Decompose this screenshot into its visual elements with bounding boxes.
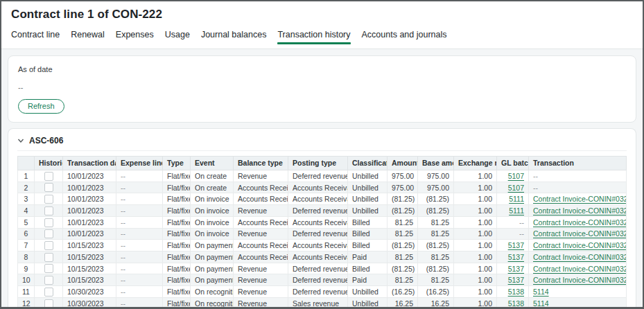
- classification-cell: Billed: [348, 240, 388, 251]
- tab-renewal[interactable]: Renewal: [71, 23, 105, 48]
- base-amount-cell: (16.25): [418, 286, 454, 298]
- gl-batch-link[interactable]: 5137: [508, 241, 524, 249]
- base-amount-cell: 975.00: [418, 182, 454, 193]
- gl-batch-link[interactable]: 5138: [508, 299, 524, 308]
- transaction-cell: Contract Invoice-CONIN#0325#doc: [529, 228, 627, 240]
- exchange-rate-cell: 1.00: [454, 182, 497, 193]
- col-amount: Amount: [388, 157, 418, 170]
- historical-checkbox[interactable]: [44, 229, 53, 238]
- gl-batch-link[interactable]: 5137: [508, 276, 524, 284]
- type-cell: Flat/fixed: [163, 274, 191, 286]
- transaction-link[interactable]: Contract Invoice-CONIN#0325#doc: [533, 206, 627, 215]
- col-classification: Classification: [348, 157, 388, 170]
- gl-batch-link[interactable]: 5111: [509, 195, 524, 203]
- transaction-date-cell: 10/01/2023: [63, 182, 116, 193]
- tab-journal-balances[interactable]: Journal balances: [201, 23, 267, 48]
- expense-line-cell: --: [116, 170, 163, 182]
- historical-checkbox[interactable]: [44, 218, 53, 227]
- event-cell: On invoice: [191, 216, 234, 228]
- posting-type-cell: Deferred revenue: [288, 274, 348, 286]
- expense-line-cell: --: [116, 205, 163, 217]
- historical-checkbox[interactable]: [44, 172, 53, 181]
- tab-usage[interactable]: Usage: [165, 23, 190, 48]
- table-header-row: Historical Transaction date Expense line…: [18, 157, 627, 170]
- table-row: 310/01/2023--Flat/fixedOn invoiceAccount…: [18, 193, 627, 205]
- tab-transaction-history[interactable]: Transaction history: [277, 23, 350, 48]
- historical-checkbox[interactable]: [44, 299, 53, 308]
- base-amount-cell: 81.25: [418, 274, 454, 286]
- transaction-link[interactable]: Contract Invoice-CONIN#0325#doc: [533, 265, 627, 273]
- event-cell: On payment: [191, 274, 234, 286]
- transaction-cell: 5114: [529, 286, 627, 298]
- page-title: Contract line 1 of CON-222: [11, 8, 633, 21]
- col-posting-type: Posting type: [288, 157, 348, 170]
- base-amount-cell: 81.25: [418, 228, 454, 240]
- col-gl-batch: GL batch: [497, 157, 529, 170]
- tab-accounts-and-journals[interactable]: Accounts and journals: [362, 23, 447, 48]
- col-exchange-rate: Exchange rate: [454, 157, 497, 170]
- historical-checkbox[interactable]: [44, 264, 53, 273]
- transaction-date-cell: 10/30/2023: [63, 286, 116, 298]
- amount-cell: (81.25): [388, 240, 418, 251]
- posting-type-cell: Accounts Receivable: [288, 216, 348, 228]
- as-of-date-value: --: [18, 83, 626, 91]
- gl-batch-cell: 5107: [497, 170, 529, 182]
- table-row: 610/01/2023--Flat/fixedOn invoiceRevenue…: [18, 228, 627, 240]
- expense-line-cell: --: [116, 286, 163, 298]
- type-cell: Flat/fixed: [163, 170, 191, 182]
- historical-checkbox[interactable]: [44, 253, 53, 262]
- transaction-link[interactable]: Contract Invoice-CONIN#0325#doc: [533, 241, 627, 249]
- tab-bar: Contract line Renewal Expenses Usage Jou…: [1, 23, 643, 49]
- amount-cell: (81.25): [388, 263, 418, 274]
- transaction-link[interactable]: Contract Invoice-CONIN#0325#doc: [533, 218, 627, 227]
- transaction-link[interactable]: Contract Invoice-CONIN#0325#doc: [533, 276, 627, 284]
- transaction-link[interactable]: Contract Invoice-CONIN#0325#doc: [533, 229, 627, 238]
- historical-cell: [35, 263, 63, 274]
- as-of-date-label: As of date: [18, 65, 626, 73]
- historical-checkbox[interactable]: [44, 195, 53, 204]
- gl-batch-link[interactable]: 5137: [508, 265, 524, 273]
- asc-606-section-header[interactable]: ASC-606: [17, 134, 627, 151]
- transaction-cell: Contract Invoice-CONIN#0325#doc: [529, 274, 627, 286]
- exchange-rate-cell: 1.00: [454, 240, 497, 251]
- classification-cell: Billed: [348, 263, 388, 274]
- balance-type-cell: Accounts Receivable: [234, 216, 288, 228]
- historical-checkbox[interactable]: [44, 288, 53, 297]
- row-number-cell: 4: [18, 205, 35, 217]
- transaction-link[interactable]: 5114: [533, 288, 549, 296]
- exchange-rate-cell: 1.00: [454, 228, 497, 240]
- gl-batch-cell: 5137: [497, 251, 529, 263]
- gl-batch-link[interactable]: 5137: [508, 253, 524, 261]
- table-row: 1110/30/2023--Flat/fixedOn recognitionRe…: [18, 286, 627, 298]
- gl-batch-cell: 5137: [497, 240, 529, 251]
- transaction-link[interactable]: Contract Invoice-CONIN#0325#doc: [533, 253, 627, 261]
- transaction-link[interactable]: 5114: [533, 299, 549, 308]
- historical-checkbox[interactable]: [44, 206, 53, 215]
- gl-batch-link[interactable]: 5107: [508, 184, 524, 192]
- exchange-rate-cell: 1.00: [454, 205, 497, 217]
- gl-batch-cell: 5111: [497, 193, 529, 205]
- base-amount-cell: (81.25): [418, 240, 454, 251]
- tab-contract-line[interactable]: Contract line: [11, 23, 60, 48]
- transaction-link[interactable]: Contract Invoice-CONIN#0325#doc: [533, 195, 627, 203]
- gl-batch-link[interactable]: 5111: [509, 206, 524, 215]
- table-row: 410/01/2023--Flat/fixedOn invoiceRevenue…: [18, 205, 627, 217]
- col-balance-type: Balance type: [234, 157, 288, 170]
- historical-checkbox[interactable]: [44, 276, 53, 285]
- gl-batch-link[interactable]: 5107: [508, 172, 524, 180]
- historical-cell: [35, 240, 63, 251]
- tab-expenses[interactable]: Expenses: [116, 23, 154, 48]
- balance-type-cell: Revenue: [234, 205, 288, 217]
- transaction-date-cell: 10/15/2023: [63, 274, 116, 286]
- balance-type-cell: Revenue: [234, 297, 288, 309]
- base-amount-cell: 16.25: [418, 297, 454, 309]
- transaction-date-cell: 10/01/2023: [63, 205, 116, 217]
- exchange-rate-cell: 1.00: [454, 286, 497, 298]
- gl-batch-cell: 5111: [497, 205, 529, 217]
- refresh-button[interactable]: Refresh: [18, 99, 64, 114]
- historical-checkbox[interactable]: [44, 183, 53, 192]
- balance-type-cell: Accounts Receivable: [234, 251, 288, 263]
- event-cell: On payment: [191, 240, 234, 251]
- historical-checkbox[interactable]: [44, 241, 53, 250]
- gl-batch-link[interactable]: 5138: [508, 288, 524, 296]
